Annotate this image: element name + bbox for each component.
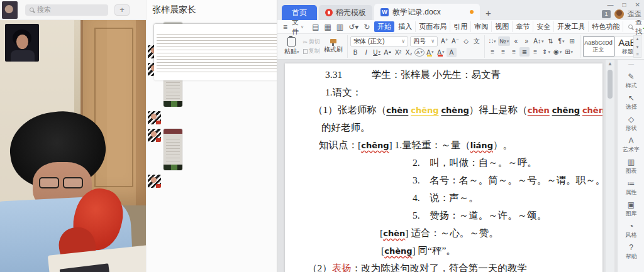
add-chat-button[interactable]: + xyxy=(114,4,130,16)
distribute-button[interactable]: ≡ xyxy=(530,47,540,57)
borders-button[interactable]: ⊞▾ xyxy=(564,47,574,57)
paste-button[interactable]: 粘贴▾ xyxy=(282,37,301,56)
contact-avatar[interactable] xyxy=(148,175,161,188)
contact-avatar[interactable] xyxy=(148,111,161,124)
tab-document[interactable]: W 教学记录.docx xyxy=(374,4,480,20)
decrease-indent-button[interactable]: « xyxy=(511,36,521,46)
ribbon-tab-特色功能[interactable]: 特色功能 xyxy=(589,21,623,32)
underline-button[interactable]: U▾ xyxy=(372,48,382,57)
scroll-up-icon[interactable]: ▲ xyxy=(608,60,613,68)
document-page[interactable]: 3.31 学生：张梓晨 小先生：易文青1.语文：（1）张老师称（chèn chē… xyxy=(285,63,602,272)
font-color-button[interactable]: A▾ xyxy=(436,48,446,57)
char-shading-button[interactable]: A xyxy=(447,48,457,57)
ribbon-tab-开始[interactable]: 开始 xyxy=(374,21,394,32)
styles-gallery-scroll[interactable]: ▴ ▾ ≡ xyxy=(633,35,641,58)
redo-icon[interactable]: ↻ xyxy=(362,23,372,31)
photo-thumbnail[interactable] xyxy=(154,24,277,80)
help-panel-button[interactable]: ?帮助 xyxy=(626,244,637,261)
panel-handle[interactable]: — xyxy=(628,61,634,68)
notification-badge[interactable]: 1 xyxy=(602,10,611,18)
highlight-button[interactable]: A▾ xyxy=(425,48,435,57)
ribbon-tab-安全[interactable]: 安全 xyxy=(533,21,554,32)
ribbon-tab-开发工具[interactable]: 开发工具 xyxy=(554,21,589,32)
file-menu[interactable]: 文件 ∨ xyxy=(289,18,306,36)
gallery-down-icon[interactable]: ▾ xyxy=(636,45,639,50)
undo-icon[interactable]: ↺▾ xyxy=(347,23,360,31)
style-theme-panel-button[interactable]: ◔风格 xyxy=(626,222,637,239)
properties-panel-button[interactable]: ≔属性 xyxy=(626,180,637,197)
contact-avatar[interactable] xyxy=(148,129,161,142)
justify-button[interactable]: ≣ xyxy=(519,47,530,57)
ribbon-tab-章节[interactable]: 章节 xyxy=(513,21,533,32)
shrink-font-button[interactable]: A⁻ xyxy=(450,36,460,46)
scrollbar-thumb[interactable] xyxy=(608,70,613,99)
ribbon-tab-审阅[interactable]: 审阅 xyxy=(471,21,492,32)
cut-button[interactable]: ✂剪切 xyxy=(303,38,321,46)
bullet-list-button[interactable]: ∷▾ xyxy=(487,36,497,46)
document-line: 3.31 学生：张梓晨 小先生：易文青 xyxy=(285,66,602,84)
align-left-button[interactable]: ≡ xyxy=(487,47,497,57)
superscript-button[interactable]: X² xyxy=(393,48,403,57)
tab-home[interactable]: 首页 xyxy=(282,5,317,20)
sort-button[interactable]: ⇅ xyxy=(546,36,556,46)
photo-thumbnail[interactable] xyxy=(164,129,182,170)
ribbon-tab-引用[interactable]: 引用 xyxy=(450,21,471,32)
print-preview-icon[interactable]: ▥ xyxy=(335,23,345,31)
user-avatar[interactable] xyxy=(614,9,624,19)
select-panel-button[interactable]: ↖选择 xyxy=(626,94,637,111)
chat-message[interactable] xyxy=(148,129,277,170)
save-icon[interactable]: ▤ xyxy=(310,23,321,31)
find-button[interactable]: 查找 xyxy=(628,18,642,36)
self-view-video[interactable] xyxy=(5,24,39,62)
chat-message[interactable] xyxy=(148,175,277,188)
video-call-window[interactable] xyxy=(0,20,146,272)
print-icon[interactable]: ▦ xyxy=(322,23,333,31)
close-button[interactable]: ✕ xyxy=(635,1,640,9)
ribbon-tab-页面布局[interactable]: 页面布局 xyxy=(416,21,450,32)
chat-message-list[interactable] xyxy=(146,20,277,272)
increase-indent-button[interactable]: » xyxy=(521,36,531,46)
wordart-panel-button[interactable]: A艺术字 xyxy=(623,137,640,154)
ribbon-tab-插入[interactable]: 插入 xyxy=(395,21,416,32)
insert-table-button[interactable]: ⊞ xyxy=(567,36,577,46)
para-mark-button[interactable]: ¶▾ xyxy=(557,36,567,46)
gallery-up-icon[interactable]: ▴ xyxy=(636,36,639,41)
my-avatar[interactable] xyxy=(2,1,18,19)
font-size-select[interactable]: 四号∨ xyxy=(410,36,438,46)
user-chip[interactable]: 1 歪歪 xyxy=(602,9,641,19)
font-name-select[interactable]: 宋体 (正文)∨ xyxy=(350,36,408,46)
subscript-button[interactable]: X₂ xyxy=(404,48,414,57)
gallery-panel-button[interactable]: ▣图库 xyxy=(626,201,637,218)
italic-button[interactable]: I xyxy=(361,48,371,57)
ribbon-tab-视图[interactable]: 视图 xyxy=(492,21,513,32)
clear-format-button[interactable]: ◇ xyxy=(461,36,471,46)
pinyin-guide-button[interactable]: 文 xyxy=(472,36,482,46)
shading-button[interactable]: ◉▾ xyxy=(552,47,563,57)
format-painter-button[interactable]: 格式刷 xyxy=(322,39,345,54)
numbered-list-button[interactable]: №▾ xyxy=(498,36,510,46)
style-正文[interactable]: AaBbCcDd正文 xyxy=(583,36,614,57)
shapes-panel-button[interactable]: ◇形状 xyxy=(626,116,637,133)
style-标题 1[interactable]: AaBb标题 1 xyxy=(614,36,634,57)
wps-window: 首页 稻壳模板 W 教学记录.docx + — □ ✕ 1 歪歪 xyxy=(277,0,644,272)
align-center-button[interactable]: ≡ xyxy=(498,47,508,57)
enclose-char-button[interactable]: A▾ xyxy=(414,48,425,57)
hamburger-icon[interactable]: ≡ xyxy=(281,23,289,31)
tab-docer-templates[interactable]: 稻壳模板 xyxy=(319,5,372,20)
line-spacing-button[interactable]: ⇕▾ xyxy=(541,47,552,57)
styles-panel-button[interactable]: ✎样式 xyxy=(626,73,637,90)
char-scale-button[interactable]: A↕▾ xyxy=(532,36,545,46)
copy-button[interactable]: 复制 xyxy=(303,47,321,55)
strikethrough-button[interactable]: A▾ xyxy=(382,48,392,57)
gallery-more-icon[interactable]: ≡ xyxy=(636,52,638,57)
align-right-button[interactable]: ≡ xyxy=(509,47,519,57)
new-tab-button[interactable]: + xyxy=(480,8,497,20)
minimize-button[interactable]: — xyxy=(608,1,614,9)
grow-font-button[interactable]: A⁺ xyxy=(440,36,450,46)
chat-message[interactable] xyxy=(148,111,277,124)
search-input[interactable]: 搜索 xyxy=(25,4,108,16)
bold-button[interactable]: B xyxy=(350,48,360,57)
chart-panel-button[interactable]: ▥图表 xyxy=(626,158,637,175)
maximize-button[interactable]: □ xyxy=(623,1,626,9)
vertical-scrollbar[interactable]: ▲ xyxy=(606,60,614,272)
